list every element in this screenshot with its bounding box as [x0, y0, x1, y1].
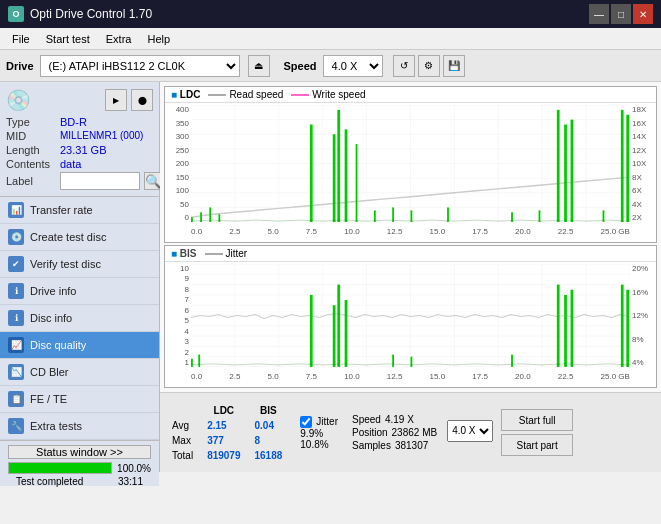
svg-rect-73	[621, 285, 624, 367]
chart2-y-right: 20% 16% 12% 8% 4%	[630, 264, 656, 367]
speed-icon-1[interactable]: ↺	[393, 55, 415, 77]
svg-rect-22	[218, 214, 220, 222]
sidebar-item-verify-test-disc[interactable]: ✔ Verify test disc	[0, 251, 159, 278]
samples-label: Samples	[352, 440, 391, 451]
svg-rect-25	[337, 110, 340, 222]
sidebar-item-transfer-rate[interactable]: 📊 Transfer rate	[0, 197, 159, 224]
sidebar-item-cd-bler-label: CD Bler	[30, 366, 69, 378]
svg-rect-74	[626, 290, 629, 367]
progress-row: 100.0%	[0, 459, 159, 474]
sidebar-item-create-test-disc-label: Create test disc	[30, 231, 106, 243]
speed-icons: ↺ ⚙ 💾	[393, 55, 465, 77]
svg-rect-35	[564, 125, 567, 223]
chart1-y-left: 400 350 300 250 200 150 100 50 0	[165, 105, 191, 222]
chart2-box: ■ BIS Jitter 10 9 8 7 6 5	[164, 245, 657, 388]
disc-label-input[interactable]	[60, 172, 140, 190]
app-title: Opti Drive Control 1.70	[30, 7, 152, 21]
stats-header-row: LDC BIS	[166, 404, 288, 417]
speed-position-section: Speed 4.19 X Position 23862 MB Samples 3…	[352, 414, 437, 451]
speed-icon-2[interactable]: ⚙	[418, 55, 440, 77]
svg-rect-38	[621, 110, 624, 222]
disc-label-label: Label	[6, 175, 56, 187]
disc-mid-value: MILLENMR1 (000)	[60, 130, 143, 142]
minimize-button[interactable]: —	[589, 4, 609, 24]
start-full-button[interactable]: Start full	[501, 409, 573, 431]
sidebar-item-disc-quality[interactable]: 📈 Disc quality	[0, 332, 159, 359]
close-button[interactable]: ✕	[633, 4, 653, 24]
sidebar-item-drive-info[interactable]: ℹ Drive info	[0, 278, 159, 305]
sidebar-item-extra-tests[interactable]: 🔧 Extra tests	[0, 413, 159, 440]
chart1-legend-write: Write speed	[291, 89, 365, 100]
chart1-legend-read: Read speed	[208, 89, 283, 100]
chart1-inner: 400 350 300 250 200 150 100 50 0 18X 16X	[165, 103, 656, 236]
svg-rect-34	[557, 110, 560, 222]
stats-total-row: Total 819079 16188	[166, 449, 288, 462]
stats-table: LDC BIS Avg 2.15 0.04 Max 377 8 Total 81…	[164, 402, 290, 464]
speed-select[interactable]: 4.0 X 1.0 X 2.0 X 8.0 X	[323, 55, 383, 77]
speed-select-section: 4.0 X	[447, 420, 493, 446]
max-bis: 8	[249, 434, 289, 447]
disc-section: 💿 ▶ ⬤ Type BD-R MID MILLENMR1 (000) Leng…	[0, 82, 159, 197]
transfer-rate-icon: 📊	[8, 202, 24, 218]
disc-type-value: BD-R	[60, 116, 87, 128]
speed-icon-3[interactable]: 💾	[443, 55, 465, 77]
svg-rect-64	[333, 305, 336, 367]
jitter-max-val: 10.8%	[300, 439, 328, 450]
disc-mid-label: MID	[6, 130, 56, 142]
sidebar-item-disc-info[interactable]: ℹ Disc info	[0, 305, 159, 332]
menu-start-test[interactable]: Start test	[38, 31, 98, 47]
eject-button[interactable]: ⏏	[248, 55, 270, 77]
disc-header: 💿 ▶ ⬤	[6, 88, 153, 112]
svg-rect-72	[571, 290, 574, 367]
create-test-disc-icon: 💿	[8, 229, 24, 245]
avg-bis: 0.04	[249, 419, 289, 432]
svg-rect-63	[310, 295, 313, 367]
menu-file[interactable]: File	[4, 31, 38, 47]
drive-select[interactable]: (E:) ATAPI iHBS112 2 CL0K	[40, 55, 240, 77]
samples-val: 381307	[395, 440, 428, 451]
sidebar-item-extra-tests-label: Extra tests	[30, 420, 82, 432]
svg-rect-62	[198, 355, 200, 367]
stats-bar: LDC BIS Avg 2.15 0.04 Max 377 8 Total 81…	[160, 392, 661, 472]
avg-label: Avg	[166, 419, 199, 432]
chart1-y-right: 18X 16X 14X 12X 10X 8X 6X 4X 2X	[630, 105, 656, 222]
avg-ldc: 2.15	[201, 419, 246, 432]
sidebar-item-create-test-disc[interactable]: 💿 Create test disc	[0, 224, 159, 251]
disc-btn-2[interactable]: ⬤	[131, 89, 153, 111]
total-ldc: 819079	[201, 449, 246, 462]
disc-btn-1[interactable]: ▶	[105, 89, 127, 111]
start-part-button[interactable]: Start part	[501, 434, 573, 456]
chart2-bis-label: ■ BIS	[171, 248, 197, 259]
sidebar-nav: 📊 Transfer rate 💿 Create test disc ✔ Ver…	[0, 197, 159, 440]
svg-rect-23	[310, 125, 313, 223]
status-window-button[interactable]: Status window >>	[8, 445, 151, 459]
disc-contents-label: Contents	[6, 158, 56, 170]
stats-avg-row: Avg 2.15 0.04	[166, 419, 288, 432]
speed-result-select[interactable]: 4.0 X	[447, 420, 493, 442]
disc-label-row: Label 🔍	[6, 172, 153, 190]
chart2-svg	[191, 264, 630, 367]
menu-extra[interactable]: Extra	[98, 31, 140, 47]
sidebar-item-disc-quality-label: Disc quality	[30, 339, 86, 351]
total-label: Total	[166, 449, 199, 462]
sidebar-item-disc-info-label: Disc info	[30, 312, 72, 324]
disc-length-value: 23.31 GB	[60, 144, 106, 156]
chart1-title: ■ LDC Read speed Write speed	[165, 87, 656, 103]
maximize-button[interactable]: □	[611, 4, 631, 24]
jitter-header: Jitter	[300, 416, 338, 428]
drivebar: Drive (E:) ATAPI iHBS112 2 CL0K ⏏ Speed …	[0, 50, 661, 82]
titlebar: O Opti Drive Control 1.70 — □ ✕	[0, 0, 661, 28]
sidebar-item-fe-te[interactable]: 📋 FE / TE	[0, 386, 159, 413]
jitter-section: Jitter 9.9% 10.8%	[300, 416, 338, 450]
jitter-checkbox[interactable]	[300, 416, 312, 428]
chart1-box: ■ LDC Read speed Write speed 40	[164, 86, 657, 243]
start-buttons: Start full Start part	[501, 409, 573, 456]
svg-rect-27	[356, 144, 358, 222]
fe-te-icon: 📋	[8, 391, 24, 407]
window-controls[interactable]: — □ ✕	[589, 4, 653, 24]
svg-rect-33	[539, 210, 541, 222]
disc-type-row: Type BD-R	[6, 116, 153, 128]
sidebar-item-cd-bler[interactable]: 📉 CD Bler	[0, 359, 159, 386]
menu-help[interactable]: Help	[139, 31, 178, 47]
svg-rect-21	[209, 207, 211, 222]
